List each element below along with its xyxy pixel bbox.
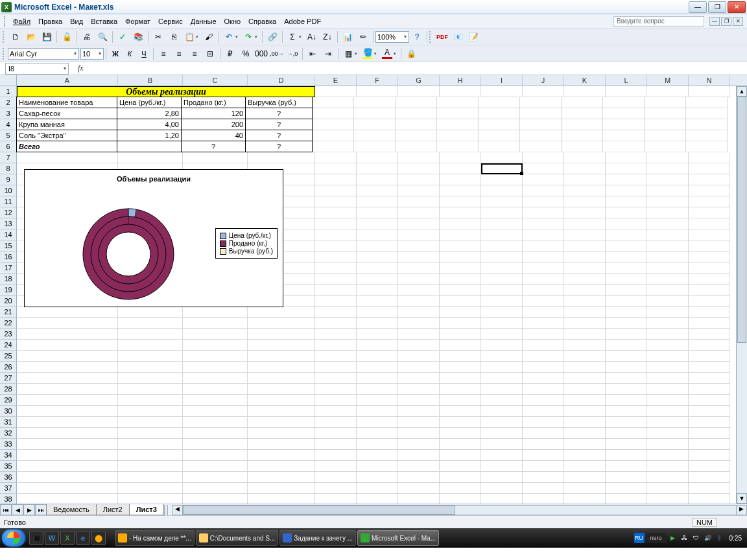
cell[interactable] bbox=[118, 439, 183, 450]
menu-tools[interactable]: Сервис bbox=[154, 16, 187, 27]
cell[interactable] bbox=[315, 340, 357, 351]
cell[interactable] bbox=[357, 307, 398, 318]
cell[interactable] bbox=[689, 439, 730, 450]
merge-center-button[interactable]: ⊟ bbox=[203, 47, 217, 60]
cell[interactable] bbox=[689, 296, 730, 307]
cell[interactable] bbox=[357, 152, 398, 163]
cell[interactable] bbox=[118, 318, 183, 329]
cell[interactable] bbox=[564, 86, 606, 97]
tray-clock[interactable]: 0:25 bbox=[729, 535, 742, 542]
row-header[interactable]: 4 bbox=[0, 119, 17, 130]
menu-file[interactable]: Файл bbox=[9, 16, 34, 27]
cell[interactable] bbox=[315, 218, 357, 229]
cell[interactable] bbox=[17, 384, 118, 395]
cell[interactable] bbox=[357, 229, 398, 240]
cell[interactable] bbox=[564, 329, 606, 340]
cell[interactable] bbox=[248, 307, 315, 318]
row-header[interactable]: 19 bbox=[0, 285, 17, 296]
ql-word[interactable]: W bbox=[45, 531, 59, 545]
row-header[interactable]: 7 bbox=[0, 152, 17, 163]
cell[interactable] bbox=[398, 472, 440, 483]
cell[interactable] bbox=[440, 86, 481, 97]
cell[interactable] bbox=[315, 296, 357, 307]
cell[interactable] bbox=[354, 97, 396, 108]
cell[interactable] bbox=[248, 329, 315, 340]
cell[interactable] bbox=[440, 439, 481, 450]
col-header[interactable]: L bbox=[606, 75, 647, 86]
cell[interactable] bbox=[481, 262, 523, 274]
cell[interactable] bbox=[248, 483, 315, 494]
cell[interactable] bbox=[183, 461, 248, 472]
cell[interactable] bbox=[357, 406, 398, 417]
cell[interactable] bbox=[606, 152, 647, 163]
row-header[interactable]: 8 bbox=[0, 163, 17, 174]
cell[interactable] bbox=[248, 395, 315, 406]
cell[interactable] bbox=[183, 472, 248, 483]
row-header[interactable]: 12 bbox=[0, 207, 17, 218]
menu-adobe-pdf[interactable]: Adobe PDF bbox=[280, 16, 325, 27]
row-header[interactable]: 31 bbox=[0, 417, 17, 428]
formula-input[interactable] bbox=[88, 63, 747, 75]
cell[interactable] bbox=[357, 373, 398, 384]
sort-desc-button[interactable]: Z↓ bbox=[320, 30, 335, 43]
cell[interactable] bbox=[564, 483, 606, 494]
tab-nav-first[interactable]: ⏮ bbox=[0, 504, 12, 515]
cell[interactable] bbox=[647, 461, 689, 472]
cell[interactable] bbox=[440, 240, 481, 251]
cell[interactable] bbox=[315, 251, 357, 262]
cell[interactable] bbox=[118, 450, 183, 461]
cell[interactable] bbox=[440, 174, 481, 185]
cell[interactable] bbox=[357, 174, 398, 185]
cell[interactable] bbox=[357, 251, 398, 262]
horizontal-scrollbar[interactable]: ◀ ▶ bbox=[172, 505, 747, 515]
cell[interactable] bbox=[686, 108, 728, 119]
cell[interactable] bbox=[315, 417, 357, 428]
cell[interactable] bbox=[398, 296, 440, 307]
cell[interactable] bbox=[689, 329, 730, 340]
cell[interactable] bbox=[357, 240, 398, 251]
cell[interactable] bbox=[183, 483, 248, 494]
cell[interactable] bbox=[562, 108, 603, 119]
cell[interactable]: Всего bbox=[16, 141, 117, 152]
cell[interactable]: 4,00 bbox=[117, 119, 182, 130]
cell[interactable]: Объемы реализации bbox=[17, 86, 315, 97]
print-button[interactable]: 🖨 bbox=[80, 30, 94, 43]
cell[interactable] bbox=[248, 362, 315, 373]
paste-button[interactable]: 📋 bbox=[182, 30, 200, 43]
cell[interactable] bbox=[315, 185, 357, 196]
cell[interactable] bbox=[17, 395, 118, 406]
cell[interactable] bbox=[606, 340, 647, 351]
align-left-button[interactable]: ≡ bbox=[156, 47, 171, 60]
cell[interactable] bbox=[479, 108, 520, 119]
cell[interactable] bbox=[523, 439, 564, 450]
cell[interactable] bbox=[647, 351, 689, 362]
cell[interactable] bbox=[523, 483, 564, 494]
cell[interactable] bbox=[564, 229, 606, 240]
cell[interactable] bbox=[481, 461, 523, 472]
cell[interactable] bbox=[481, 428, 523, 439]
hyperlink-button[interactable]: 🔗 bbox=[265, 30, 279, 43]
cell[interactable] bbox=[481, 340, 523, 351]
drawing-button[interactable]: ✏ bbox=[356, 30, 370, 43]
cell[interactable] bbox=[315, 229, 357, 240]
cell[interactable] bbox=[523, 274, 564, 285]
tab-nav-last[interactable]: ⏭ bbox=[35, 504, 47, 515]
currency-button[interactable]: ₽ bbox=[223, 47, 237, 60]
cell[interactable] bbox=[17, 417, 118, 428]
cell[interactable] bbox=[357, 163, 398, 174]
cell[interactable] bbox=[183, 406, 248, 417]
cell[interactable] bbox=[564, 196, 606, 207]
row-header[interactable]: 15 bbox=[0, 240, 17, 251]
cell[interactable] bbox=[564, 152, 606, 163]
cell[interactable] bbox=[118, 384, 183, 395]
cell[interactable] bbox=[686, 141, 728, 152]
menu-data[interactable]: Данные bbox=[187, 16, 220, 27]
cell[interactable] bbox=[357, 318, 398, 329]
cell[interactable]: ? bbox=[181, 141, 246, 152]
cell[interactable] bbox=[440, 362, 481, 373]
cell[interactable] bbox=[645, 97, 686, 108]
vscroll-thumb[interactable] bbox=[737, 97, 746, 343]
cell[interactable] bbox=[606, 196, 647, 207]
cell[interactable] bbox=[689, 229, 730, 240]
cell[interactable] bbox=[398, 207, 440, 218]
